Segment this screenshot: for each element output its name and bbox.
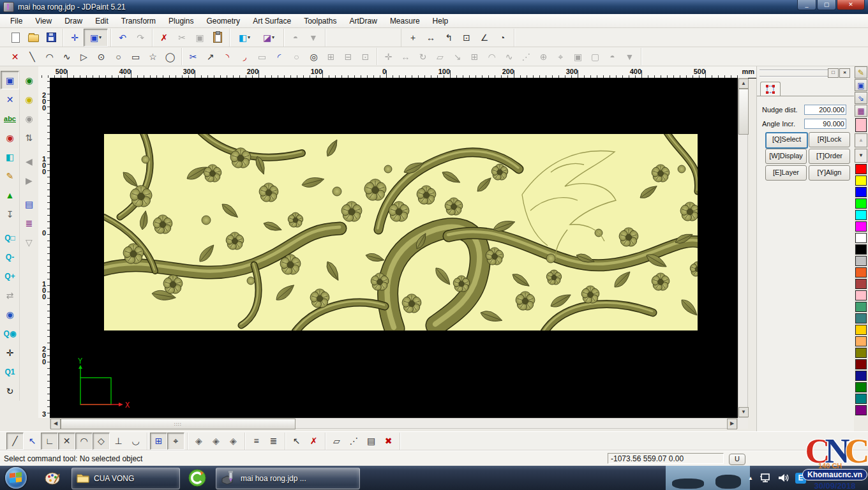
color-swatch-dark-red[interactable] [855, 359, 867, 369]
view-wireframe-button[interactable]: ◪▾ [257, 29, 281, 47]
snap-tangent-arc-button[interactable]: ◠ [75, 433, 93, 450]
layer-list-button[interactable]: ≣ [20, 214, 38, 232]
color-swatch-gold[interactable] [855, 325, 867, 335]
text-tool-button[interactable]: abc [1, 109, 19, 128]
draw-polyline-button[interactable]: ▷ [75, 48, 93, 65]
snap-diamond-x-button[interactable]: ◈ [190, 433, 207, 450]
view-solid-dropdown-icon[interactable]: ▾ [248, 34, 250, 40]
menu-item-artdraw[interactable]: ArtDraw [343, 15, 384, 27]
trim-button[interactable]: ✂ [184, 48, 202, 65]
measure-arc-button[interactable]: ◔ [493, 29, 511, 47]
measure-angle-button[interactable]: ∠ [475, 29, 493, 47]
color-swatch-cyan[interactable] [855, 210, 867, 220]
snap-diamond-y-button[interactable]: ◈ [207, 433, 225, 450]
color-swatch-orange[interactable] [855, 267, 867, 278]
move-crosshair-button[interactable]: ✛ [66, 29, 84, 47]
paste-button[interactable] [209, 29, 227, 47]
draw-star-button[interactable]: ☆ [144, 48, 161, 65]
object-list-button[interactable]: ▤ [363, 433, 380, 450]
tray-chevron[interactable]: ▲ [748, 475, 753, 481]
color-swatch-dark-cyan[interactable] [855, 313, 867, 323]
draw-rectangle-button[interactable]: ▭ [127, 48, 144, 65]
menu-item-help[interactable]: Help [426, 15, 455, 27]
snap-corner-button[interactable]: ∟ [41, 433, 58, 450]
color-palette-edit-button[interactable]: ▦ [855, 105, 867, 117]
refresh-view-button[interactable]: ↻ [1, 382, 19, 400]
measure-rect-button[interactable]: ⊡ [458, 29, 475, 47]
draw-ellipse-button[interactable]: ○ [110, 48, 127, 65]
panel-button-w-display[interactable]: [W]Display [765, 149, 807, 164]
delete-button[interactable]: ✗ [155, 29, 173, 47]
color-swatch-purple[interactable] [855, 405, 867, 415]
fillet-button[interactable]: ◝ [219, 48, 236, 65]
color-swatch-green[interactable] [855, 198, 867, 209]
node-edit-tool-button[interactable]: ✕ [1, 90, 19, 108]
zoom-page-button[interactable]: Q□ [1, 228, 19, 247]
color-scroll-down-button[interactable]: ▼ [855, 149, 867, 163]
panel-button-r-lock[interactable]: [R]Lock [809, 132, 850, 147]
scroll-left-button[interactable]: ◀ [50, 419, 61, 429]
color-swatch-red[interactable] [855, 164, 867, 174]
maximize-button[interactable]: ▢ [817, 0, 836, 10]
menu-item-geometry[interactable]: Geometry [200, 15, 246, 27]
zoom-in-button[interactable]: Q+ [1, 267, 19, 285]
menu-item-measure[interactable]: Measure [384, 15, 426, 27]
color-swatch-dark-green[interactable] [855, 382, 867, 392]
light-on-button[interactable]: ◉ [20, 71, 38, 89]
draw-polygon-button[interactable]: ◯ [161, 48, 179, 65]
drawing-canvas[interactable]: Y X [50, 78, 738, 418]
save-file-button[interactable] [42, 29, 60, 47]
selection-mode-dropdown-icon[interactable]: ▾ [99, 34, 101, 40]
relief-cone-tool-button[interactable]: ▲ [1, 186, 19, 204]
measure-distance-button[interactable]: ↔ [422, 29, 440, 47]
task-jdpaint[interactable]: mai hoa rong.jdp ... [216, 468, 360, 489]
view-wireframe-dropdown-icon[interactable]: ▾ [272, 34, 274, 40]
color-swatch-white[interactable] [855, 233, 867, 243]
align-step-button[interactable]: ≣ [265, 433, 282, 450]
color-swatch-pink[interactable] [855, 290, 867, 301]
extend-button[interactable]: ↗ [202, 48, 219, 65]
pick-remove-button[interactable]: ✗ [305, 433, 322, 450]
menu-item-draw[interactable]: Draw [58, 15, 89, 27]
color-pencil-button[interactable]: ✎ [855, 66, 867, 78]
panel-button-q-select[interactable]: [Q]Select [765, 132, 808, 149]
snap-diamond-r-button[interactable]: ◈ [225, 433, 242, 450]
menu-item-plugins[interactable]: Plugins [162, 15, 200, 27]
measure-step-button[interactable]: ↰ [440, 29, 458, 47]
menu-item-toolpaths[interactable]: Toolpaths [297, 15, 343, 27]
panel-button-t-order[interactable]: [T]Order [809, 149, 850, 164]
scroll-up-button[interactable]: ▲ [738, 78, 749, 89]
color-swatch-black[interactable] [855, 244, 867, 255]
current-color-swatch[interactable] [855, 118, 867, 132]
align-base-button[interactable]: ≡ [248, 433, 265, 450]
task-cua-vong[interactable]: CUA VONG [71, 468, 180, 489]
volume-icon[interactable] [777, 473, 789, 483]
vscroll-thumb[interactable] [738, 89, 749, 135]
color-swatch-yellow[interactable] [855, 175, 867, 186]
color-dropper-button[interactable]: ⇘ [855, 92, 867, 104]
zoom-1-1-button[interactable]: Q1 [1, 362, 19, 381]
panel-maximize-button[interactable]: □ [828, 68, 839, 78]
measure-point-button[interactable]: + [404, 29, 422, 47]
offset-curve-button[interactable]: ◜ [271, 48, 288, 65]
color-swatch-peach[interactable] [855, 336, 867, 346]
draw-circle-button[interactable]: ⊙ [93, 48, 110, 65]
color-swatch-sea-green[interactable] [855, 302, 867, 312]
panel-close-button[interactable]: × [839, 68, 850, 78]
color-swatch-brown[interactable] [855, 279, 867, 289]
delete-all-button[interactable]: ✖ [380, 433, 397, 450]
snap-axis-button[interactable]: ⌖ [167, 433, 184, 450]
pick-add-button[interactable]: ↖ [288, 433, 305, 450]
snap-intersection-button[interactable]: ✕ [58, 433, 75, 450]
panel-grip[interactable] [760, 70, 828, 77]
draw-line-button[interactable]: ╲ [24, 48, 41, 65]
chamfer-button[interactable]: ◞ [236, 48, 253, 65]
snap-cursor-button[interactable]: ↖ [24, 433, 41, 450]
snap-tangent-point-button[interactable]: ◡ [127, 433, 144, 450]
panel-button-e-layer[interactable]: [E]Layer [765, 165, 807, 181]
pan-tool-button[interactable]: ✛ [1, 343, 19, 362]
color-swatch-navy[interactable] [855, 371, 867, 381]
draw-point-button[interactable]: ✕ [6, 48, 24, 65]
draw-spline-button[interactable]: ∿ [58, 48, 75, 65]
hscroll-thumb[interactable]: ∷∷ [61, 419, 296, 429]
